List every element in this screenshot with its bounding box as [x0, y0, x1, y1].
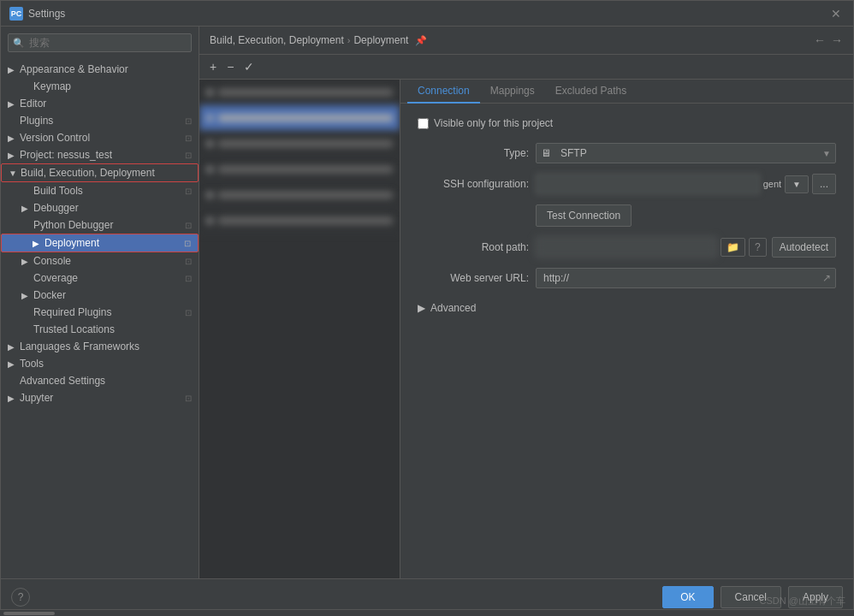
- root-path-row: Root path: 📁 ? Autodetect: [418, 237, 836, 258]
- sidebar-item-editor[interactable]: ▶ Editor: [1, 95, 199, 112]
- deployment-body: Connection Mappings Excluded Paths Visib…: [199, 80, 853, 578]
- ssh-config-label: SSH configuration:: [418, 178, 529, 190]
- sidebar-item-plugins[interactable]: Plugins ⊡: [1, 112, 199, 129]
- ssh-config-input[interactable]: [536, 174, 760, 194]
- sidebar-item-trusted-locations[interactable]: Trusted Locations: [1, 321, 199, 338]
- close-button[interactable]: ✕: [827, 5, 845, 22]
- sidebar-item-label: Advanced Settings: [20, 375, 192, 387]
- sidebar-item-docker[interactable]: ▶ Docker: [1, 287, 199, 304]
- arrow-icon: ▶: [8, 151, 18, 160]
- item-dot: [206, 192, 213, 198]
- sidebar-item-label: Keymap: [33, 80, 192, 92]
- item-text: [218, 166, 393, 173]
- sidebar-item-label: Project: nessus_test: [20, 149, 185, 161]
- advanced-section[interactable]: ▶ Advanced: [418, 299, 836, 317]
- ssh-config-field: gent ▼ ...: [536, 174, 836, 194]
- sidebar-item-project[interactable]: ▶ Project: nessus_test ⊡: [1, 146, 199, 163]
- item-dot: [206, 217, 213, 224]
- webserver-url-field: ↗: [536, 268, 836, 288]
- arrow-icon: ▶: [8, 342, 18, 352]
- sidebar-item-languages[interactable]: ▶ Languages & Frameworks: [1, 338, 199, 355]
- ok-button[interactable]: OK: [662, 586, 713, 608]
- badge-icon: ⊡: [185, 257, 192, 266]
- sidebar-item-jupyter[interactable]: ▶ Jupyter ⊡: [1, 389, 199, 406]
- confirm-button[interactable]: ✓: [240, 58, 258, 75]
- watermark: CSDN @山上有个车: [760, 595, 845, 607]
- sidebar-item-tools[interactable]: ▶ Tools: [1, 355, 199, 372]
- ssh-suffix: gent: [763, 179, 781, 189]
- sidebar-item-python-debugger[interactable]: Python Debugger ⊡: [1, 216, 199, 234]
- sidebar-item-debugger[interactable]: ▶ Debugger: [1, 199, 199, 216]
- test-connection-button[interactable]: Test Connection: [536, 204, 632, 227]
- tabs-bar: Connection Mappings Excluded Paths: [400, 80, 853, 104]
- sidebar-item-label: Debugger: [33, 202, 192, 214]
- tab-excluded-paths[interactable]: Excluded Paths: [545, 80, 637, 104]
- sidebar-item-build-tools[interactable]: Build Tools ⊡: [1, 182, 199, 199]
- ssh-dropdown-button[interactable]: ▼: [785, 175, 809, 193]
- webserver-url-wrapper: ↗: [536, 268, 836, 288]
- help-button[interactable]: ?: [11, 588, 30, 607]
- type-select[interactable]: SFTP: [536, 143, 836, 163]
- arrow-icon: ▶: [8, 394, 18, 403]
- ssh-more-button[interactable]: ...: [812, 174, 836, 194]
- advanced-arrow-icon: ▶: [418, 302, 425, 314]
- sidebar-item-keymap[interactable]: Keymap: [1, 78, 199, 95]
- ssh-config-row: SSH configuration: gent ▼ ...: [418, 174, 836, 194]
- visible-only-checkbox[interactable]: [418, 118, 429, 129]
- visible-only-row: Visible only for this project: [418, 117, 836, 129]
- deployment-list: [199, 80, 400, 578]
- sidebar-item-required-plugins[interactable]: Required Plugins ⊡: [1, 304, 199, 321]
- autodetect-button[interactable]: Autodetect: [772, 237, 836, 258]
- badge-icon: ⊡: [185, 394, 192, 403]
- sidebar-item-advanced-settings[interactable]: Advanced Settings: [1, 372, 199, 389]
- badge-icon: ⊡: [185, 187, 192, 196]
- badge-icon: ⊡: [185, 308, 192, 317]
- right-panel: Build, Execution, Deployment › Deploymen…: [199, 27, 853, 578]
- sidebar-item-build-exec[interactable]: ▼ Build, Execution, Deployment: [1, 163, 199, 182]
- breadcrumb-bar: Build, Execution, Deployment › Deploymen…: [199, 27, 853, 55]
- badge-icon: ⊡: [185, 274, 192, 283]
- sidebar-item-label: Tools: [20, 358, 192, 370]
- root-path-browse-button[interactable]: 📁: [721, 238, 745, 257]
- breadcrumb-current: Deployment: [353, 34, 408, 46]
- nav-forward-icon[interactable]: →: [831, 33, 843, 47]
- deployment-list-item[interactable]: [199, 182, 400, 208]
- deployment-list-item[interactable]: [199, 208, 400, 234]
- settings-window: PC Settings ✕ 🔍 ▶ Appearance & Behavior: [0, 0, 854, 616]
- badge-icon: ⊡: [185, 133, 192, 143]
- tab-connection[interactable]: Connection: [407, 80, 480, 104]
- deployment-list-item[interactable]: [199, 157, 400, 182]
- sidebar-item-version-control[interactable]: ▶ Version Control ⊡: [1, 129, 199, 146]
- form-area: Connection Mappings Excluded Paths Visib…: [400, 80, 853, 578]
- root-path-label: Root path:: [418, 241, 529, 253]
- root-path-help-button[interactable]: ?: [749, 238, 767, 257]
- sidebar-item-deployment[interactable]: ▶ Deployment ⊡: [1, 234, 199, 252]
- test-connection-wrapper: Test Connection: [418, 204, 836, 237]
- sftp-icon: 🖥: [541, 147, 551, 159]
- sidebar-item-appearance[interactable]: ▶ Appearance & Behavior: [1, 61, 199, 78]
- pin-icon: 📌: [415, 35, 427, 46]
- arrow-icon: ▶: [8, 65, 18, 74]
- sidebar-item-label: Languages & Frameworks: [20, 341, 192, 352]
- type-row: Type: 🖥 SFTP ▼: [418, 143, 836, 163]
- nav-back-icon[interactable]: ←: [814, 33, 826, 47]
- deployment-list-item-selected[interactable]: [199, 105, 400, 131]
- root-path-input[interactable]: [536, 237, 717, 258]
- sidebar-item-label: Jupyter: [20, 392, 185, 404]
- item-dot: [206, 140, 213, 147]
- search-input[interactable]: [8, 33, 192, 52]
- add-button[interactable]: +: [206, 58, 220, 75]
- sidebar-item-coverage[interactable]: Coverage ⊡: [1, 270, 199, 287]
- deployment-toolbar: + − ✓: [199, 55, 853, 80]
- sidebar: 🔍 ▶ Appearance & Behavior Keymap ▶: [1, 27, 199, 578]
- search-box: 🔍: [1, 27, 199, 59]
- deployment-list-item[interactable]: [199, 80, 400, 105]
- sidebar-item-console[interactable]: ▶ Console ⊡: [1, 252, 199, 270]
- sidebar-item-label: Docker: [33, 289, 192, 301]
- webserver-url-input[interactable]: [536, 268, 836, 288]
- badge-icon: ⊡: [184, 239, 191, 248]
- breadcrumb-parent[interactable]: Build, Execution, Deployment: [210, 34, 344, 46]
- tab-mappings[interactable]: Mappings: [480, 80, 545, 104]
- remove-button[interactable]: −: [223, 58, 237, 75]
- deployment-list-item[interactable]: [199, 131, 400, 157]
